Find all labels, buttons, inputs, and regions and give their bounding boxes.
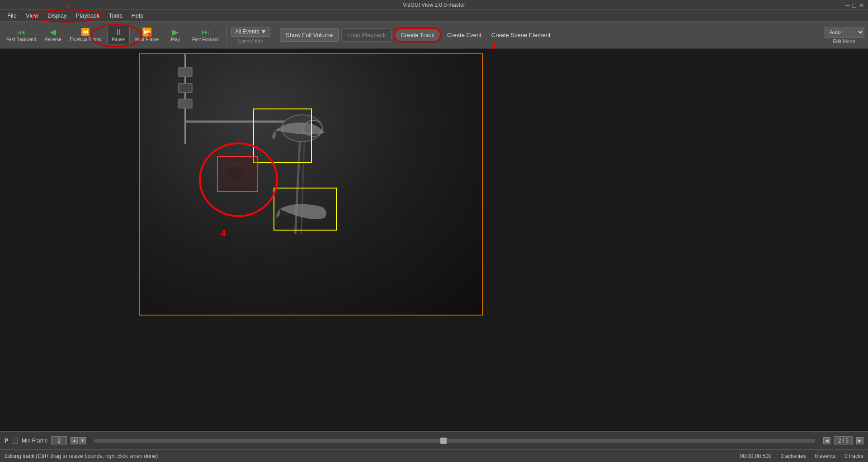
fast-forward-button[interactable]: ⏭ Fast Forward xyxy=(189,26,222,44)
menu-file[interactable]: File xyxy=(4,11,20,20)
annotation-3: 3 xyxy=(491,41,495,51)
svg-rect-1 xyxy=(179,68,192,77)
frame-fwd-arrow[interactable]: ▶ xyxy=(856,437,863,444)
event-filter-label: Event Filter xyxy=(238,38,264,43)
edit-mode-select[interactable]: Auto xyxy=(824,27,864,38)
timeline-track[interactable] xyxy=(94,439,815,443)
dropdown-arrow-icon: ▼ xyxy=(261,28,266,35)
create-event-button[interactable]: Create Event xyxy=(443,29,485,41)
video-canvas[interactable]: 3 xyxy=(139,53,483,316)
scroll-arrows: ▲ ▼ xyxy=(71,437,86,444)
toolbar-sep-2 xyxy=(275,26,275,44)
status-bar: Editing track (Ctrl+Drag to resize bound… xyxy=(0,449,868,462)
pause-label: Pause xyxy=(112,37,125,42)
previous-frame-label: Previous Frame xyxy=(70,37,102,42)
menu-help[interactable]: Help xyxy=(128,11,147,20)
create-scene-element-button[interactable]: Create Scene Element xyxy=(488,29,554,41)
activities-count: 0 activities xyxy=(781,453,806,459)
frame-back-arrow[interactable]: ◀ xyxy=(823,437,830,444)
next-frame-button[interactable]: ⏩ Next Frame xyxy=(132,26,161,44)
fast-forward-label: Fast Forward xyxy=(192,37,219,42)
loop-playback-button[interactable]: Loop Playback xyxy=(341,28,392,42)
show-full-volume-button[interactable]: Show Full Volume xyxy=(280,28,339,42)
menu-bar: File View Display Playback Tools Help xyxy=(0,10,868,22)
fast-backward-button[interactable]: ⏮ Fast Backward xyxy=(4,26,39,44)
annotation-4: 4 xyxy=(221,228,226,239)
scroll-down-arrow[interactable]: ▼ xyxy=(79,437,86,444)
frame-counter: 2 / 5 xyxy=(834,436,853,445)
video-content: 4 xyxy=(140,54,482,315)
menu-playback[interactable]: Playback xyxy=(72,11,104,20)
status-right: 00:00:00.500 0 activities 0 events 0 tra… xyxy=(740,453,864,459)
detection-box-bottom xyxy=(274,188,337,231)
reverse-button[interactable]: ◀ Reverse xyxy=(42,26,64,44)
play-icon: ▶ xyxy=(172,28,179,36)
fast-backward-icon: ⏮ xyxy=(17,28,25,36)
events-count: 0 events xyxy=(815,453,835,459)
reverse-label: Reverse xyxy=(45,37,61,42)
min-frame-input[interactable] xyxy=(51,436,67,445)
menu-view[interactable]: View xyxy=(22,11,42,20)
timestamp: 00:00:00.500 xyxy=(740,453,772,459)
frame-nav-arrows: ◀ xyxy=(823,437,830,444)
play-label: Play xyxy=(171,37,179,42)
svg-rect-3 xyxy=(179,99,192,108)
create-track-button[interactable]: Create Track xyxy=(394,28,440,42)
timeline-checkbox[interactable] xyxy=(12,438,18,444)
red-circle-annotation xyxy=(199,142,278,217)
pause-button[interactable]: ⏸ Pause xyxy=(107,26,130,44)
scroll-up-arrow[interactable]: ▲ xyxy=(71,437,78,444)
event-filter-group: All Events ▼ Event Filter xyxy=(231,27,270,43)
main-area: 3 xyxy=(0,49,868,325)
edit-mode-label: Edit Mode xyxy=(833,38,855,44)
previous-frame-icon: ⏪ xyxy=(81,28,90,36)
reverse-icon: ◀ xyxy=(50,28,56,36)
previous-frame-button[interactable]: ⏪ Previous Frame xyxy=(67,27,104,43)
pause-icon: ⏸ xyxy=(114,28,123,36)
menu-display[interactable]: Display xyxy=(44,11,71,20)
timeline-area: P Min Frame ▲ ▼ ◀ 2 / 5 ▶ xyxy=(0,431,868,449)
next-frame-label: Next Frame xyxy=(135,37,159,42)
tracks-count: 0 tracks xyxy=(844,453,863,459)
timeline-handle[interactable] xyxy=(440,438,447,444)
play-button[interactable]: ▶ Play xyxy=(164,26,187,44)
next-frame-icon: ⏩ xyxy=(142,28,152,36)
min-frame-label: Min Frame xyxy=(22,438,47,444)
fast-forward-icon: ⏭ xyxy=(201,28,209,36)
fast-backward-label: Fast Backward xyxy=(6,37,36,42)
title-bar: VisGUI View 2.0.0-master ─ □ ✕ xyxy=(0,0,868,10)
all-events-dropdown[interactable]: All Events ▼ xyxy=(231,27,270,37)
toolbar-sep-1 xyxy=(226,26,226,44)
toolbar: ⏮ Fast Backward ◀ Reverse ⏪ Previous Fra… xyxy=(0,22,868,49)
timeline-p: P xyxy=(5,438,8,444)
all-events-label: All Events xyxy=(235,28,259,35)
menu-tools[interactable]: Tools xyxy=(105,11,126,20)
camera-arm-svg xyxy=(140,54,482,315)
frame-fwd-arrows: ▶ xyxy=(856,437,863,444)
window-title: VisGUI View 2.0.0-master xyxy=(403,2,465,8)
edit-mode-group: Auto Edit Mode xyxy=(824,27,864,44)
editing-status-text: Editing track (Ctrl+Drag to resize bound… xyxy=(5,453,158,459)
svg-rect-2 xyxy=(179,84,192,93)
